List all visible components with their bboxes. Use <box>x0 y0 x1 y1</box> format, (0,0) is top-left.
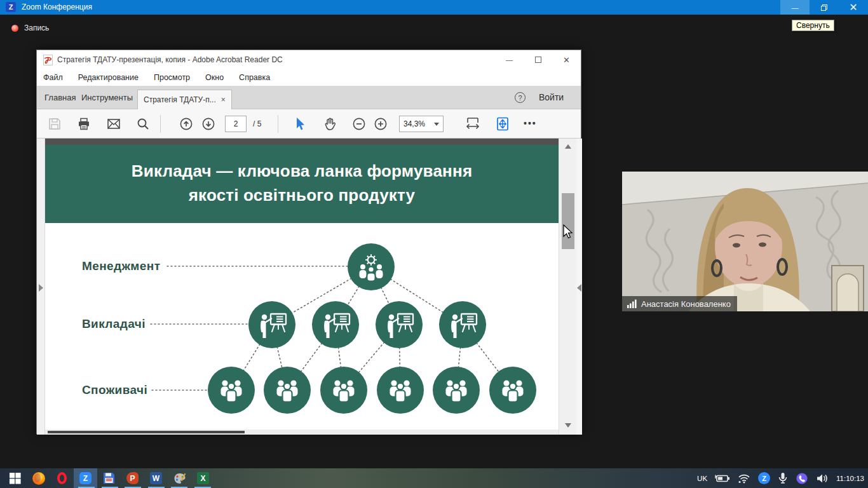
scroll-up-icon[interactable] <box>565 144 571 149</box>
toolbar-separator <box>278 115 278 133</box>
page-total-label: / 5 <box>253 119 261 128</box>
pdf-file-icon <box>43 55 53 65</box>
recording-indicator: Запись <box>11 24 49 32</box>
taskbar: Z P W X UK <box>0 468 868 488</box>
battery-icon[interactable] <box>715 474 730 483</box>
floppy-app-icon <box>103 472 115 484</box>
expand-left-panel-icon[interactable] <box>39 284 43 292</box>
zoom-out-icon[interactable] <box>352 117 366 131</box>
slide-title-banner: Викладач — ключова ланка формування якос… <box>45 145 559 223</box>
maximize-icon <box>535 57 541 63</box>
acrobat-toolbar: 2 / 5 34,3% <box>37 109 581 139</box>
zoom-window-titlebar: Z Zoom Конференция — ✕ <box>0 0 868 15</box>
page-number-input[interactable]: 2 <box>225 116 247 132</box>
taskbar-notes-icon[interactable] <box>97 468 121 488</box>
more-tools-icon[interactable]: ••• <box>524 118 537 128</box>
acrobat-minimize-button[interactable]: — <box>495 50 524 69</box>
previous-page-icon[interactable] <box>179 117 193 131</box>
tab-tools[interactable]: Инструменты <box>81 93 133 102</box>
acrobat-menubar: Файл Редактирование Просмотр Окно Справк… <box>37 69 581 86</box>
acrobat-titlebar: Стратегія ТДАТУ-презентація, копия - Ado… <box>37 50 581 69</box>
menu-edit[interactable]: Редактирование <box>78 73 139 82</box>
horizontal-scrollbar-thumb[interactable] <box>48 431 245 433</box>
zoom-window-title: Zoom Конференция <box>22 3 92 11</box>
restore-icon <box>821 4 827 11</box>
slide-title-line1: Викладач — ключова ланка формування <box>45 161 559 181</box>
record-dot-icon <box>11 25 18 32</box>
recording-label: Запись <box>24 24 49 32</box>
taskbar-powerpoint-icon[interactable]: P <box>121 468 144 488</box>
taskbar-opera-icon[interactable] <box>50 468 74 488</box>
zoom-level-value: 34,3% <box>403 119 425 128</box>
consumer-nodes <box>208 367 536 414</box>
microphone-icon[interactable] <box>778 472 788 484</box>
menu-view[interactable]: Просмотр <box>154 73 190 82</box>
participant-name: Анастасія Коноваленко <box>641 299 731 309</box>
zoom-level-dropdown[interactable]: 34,3% <box>399 116 444 132</box>
scroll-down-icon[interactable] <box>565 423 571 428</box>
tray-zoom-icon[interactable]: Z <box>758 472 770 484</box>
taskbar-paint-icon[interactable] <box>168 468 191 488</box>
email-icon[interactable] <box>107 118 121 130</box>
fit-page-icon[interactable] <box>495 116 510 132</box>
start-button[interactable] <box>3 468 27 488</box>
acrobat-close-button[interactable]: ✕ <box>552 50 581 69</box>
expand-right-panel-icon[interactable] <box>577 284 581 292</box>
print-icon[interactable] <box>77 117 91 131</box>
minimize-tooltip: Свернуть <box>792 20 834 31</box>
participant-video <box>622 172 868 311</box>
taskbar-word-icon[interactable]: W <box>144 468 168 488</box>
windows-logo-icon <box>10 473 21 484</box>
search-icon[interactable] <box>136 117 150 131</box>
system-tray: UK Z 11:10:13 <box>697 468 864 488</box>
next-page-icon[interactable] <box>201 117 215 131</box>
fit-width-icon[interactable] <box>465 116 480 132</box>
pdf-page: Викладач — ключова ланка формування якос… <box>45 145 559 430</box>
hand-tool-icon[interactable] <box>323 116 337 132</box>
sign-in-button[interactable]: Войти <box>539 92 564 102</box>
restore-button[interactable] <box>810 0 839 15</box>
zoom-in-icon[interactable] <box>374 117 388 131</box>
tab-home[interactable]: Главная <box>44 93 76 102</box>
horizontal-scrollbar[interactable] <box>45 430 559 435</box>
management-node <box>348 243 395 290</box>
teacher-nodes <box>248 301 486 348</box>
wifi-icon[interactable] <box>738 473 750 484</box>
tab-document-label: Стратегія ТДАТУ-п... <box>144 95 216 104</box>
document-window-title: Стратегія ТДАТУ-презентація, копия - Ado… <box>57 55 283 64</box>
taskbar-zoom-icon[interactable]: Z <box>74 468 97 488</box>
zoom-app-logo-icon: Z <box>6 2 16 12</box>
menu-window[interactable]: Окно <box>205 73 224 82</box>
document-area: Викладач — ключова ланка формування якос… <box>37 139 582 435</box>
scrollbar-thumb[interactable] <box>562 193 574 249</box>
signal-bars-icon <box>627 299 637 308</box>
clock[interactable]: 11:10:13 <box>836 475 864 482</box>
close-button[interactable]: ✕ <box>839 0 868 15</box>
language-indicator[interactable]: UK <box>697 475 707 482</box>
taskbar-firefox-icon[interactable] <box>27 468 50 488</box>
acrobat-tabbar: Главная Инструменты Стратегія ТДАТУ-п...… <box>37 86 581 109</box>
document-background <box>45 139 559 145</box>
tab-close-icon[interactable]: × <box>221 95 226 104</box>
vertical-scrollbar[interactable] <box>559 139 576 435</box>
taskbar-excel-icon[interactable]: X <box>191 468 215 488</box>
minimize-button[interactable]: — <box>780 0 810 15</box>
tab-document[interactable]: Стратегія ТДАТУ-п... × <box>137 90 232 109</box>
acrobat-maximize-button[interactable] <box>524 50 552 69</box>
paint-palette-icon <box>173 472 186 485</box>
slide-title-line2: якості освітнього продукту <box>45 186 559 205</box>
save-icon[interactable] <box>48 117 62 131</box>
toolbar-separator <box>160 115 161 133</box>
menu-help[interactable]: Справка <box>239 73 270 82</box>
participant-nameplate: Анастасія Коноваленко <box>622 296 737 311</box>
hierarchy-diagram <box>45 223 559 430</box>
acrobat-window: Стратегія ТДАТУ-презентація, копия - Ado… <box>36 50 581 434</box>
select-tool-icon[interactable] <box>292 116 306 132</box>
viber-icon[interactable] <box>796 472 808 485</box>
speaker-icon[interactable] <box>816 473 829 484</box>
chevron-down-icon <box>434 123 439 126</box>
participant-video-tile[interactable]: Анастасія Коноваленко <box>622 172 868 311</box>
help-icon[interactable]: ? <box>515 92 526 103</box>
menu-file[interactable]: Файл <box>43 73 63 82</box>
